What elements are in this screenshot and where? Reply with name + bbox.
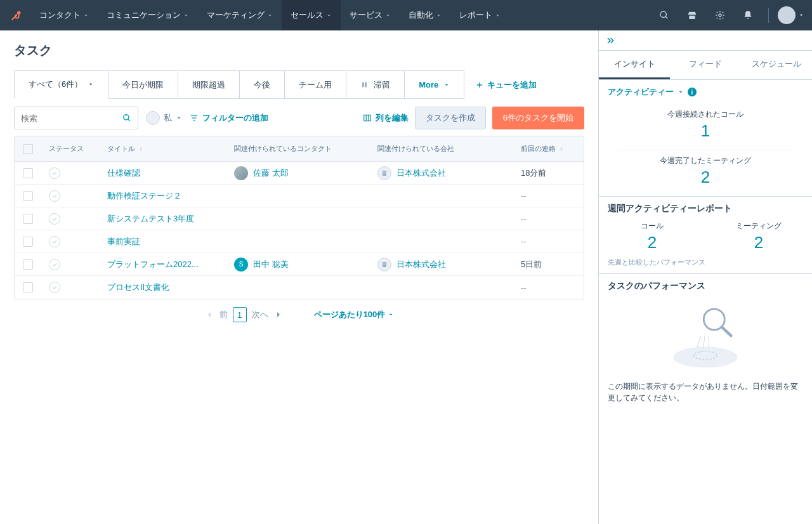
task-title-link[interactable]: 動作検証ステージ２ [107, 190, 181, 202]
edit-columns-button[interactable]: 列を編集 [363, 112, 409, 124]
tab-insights[interactable]: インサイト [599, 51, 670, 79]
marketplace-icon[interactable] [681, 4, 704, 27]
top-nav: コンタクトコミュニケーションマーケティングセールスサービス自動化レポート [0, 0, 812, 30]
hubspot-logo[interactable] [8, 6, 25, 24]
svg-rect-5 [689, 16, 695, 19]
table-row: 動作検証ステージ２-- [15, 185, 584, 207]
chevron-right-icon[interactable] [273, 310, 284, 320]
svg-rect-19 [383, 171, 386, 176]
row-checkbox[interactable] [23, 214, 33, 224]
company-link[interactable]: 日本株式会社 [396, 259, 446, 270]
row-checkbox[interactable] [23, 168, 33, 178]
company-icon [377, 258, 391, 272]
chevron-down-icon [798, 12, 804, 18]
task-title-link[interactable]: 仕様確認 [107, 167, 140, 179]
owner-filter-label: 私 [164, 112, 172, 124]
search-input[interactable] [15, 114, 116, 123]
status-toggle[interactable] [49, 236, 60, 247]
nav-item[interactable]: マーケティング [198, 0, 282, 30]
table-row: 新システムテスト3年度-- [15, 207, 584, 230]
col-header-company[interactable]: 関連付けられている会社 [370, 144, 513, 154]
tab-more[interactable]: More [404, 70, 464, 99]
svg-line-32 [722, 327, 731, 336]
info-icon[interactable]: i [688, 88, 697, 96]
view-tab[interactable]: 期限超過 [178, 70, 240, 99]
view-tab[interactable]: 今後 [239, 70, 285, 99]
nav-item[interactable]: コミュニケーション [98, 0, 198, 30]
chevron-down-icon [385, 13, 391, 18]
status-toggle[interactable] [49, 167, 60, 179]
tab-schedule[interactable]: スケジュール [741, 51, 812, 79]
view-tab[interactable]: チーム用 [284, 70, 346, 99]
svg-rect-22 [384, 173, 384, 173]
contact-link[interactable]: 佐藤 太郎 [253, 167, 289, 179]
status-toggle[interactable] [49, 282, 60, 293]
view-tab[interactable]: すべて（6件） [14, 70, 108, 99]
status-toggle[interactable] [49, 213, 60, 225]
tab-more-label: More [419, 80, 438, 89]
last-contact: 5日前 [513, 259, 584, 270]
col-header-title[interactable]: タイトル [100, 144, 226, 154]
nav-item[interactable]: 自動化 [400, 0, 450, 30]
task-title-link[interactable]: プラットフォーム2022... [107, 259, 199, 270]
next-label[interactable]: 次へ [252, 309, 268, 320]
start-tasks-button[interactable]: 6件のタスクを開始 [492, 107, 584, 129]
add-queue-button[interactable]: キューを追加 [464, 70, 548, 99]
status-toggle[interactable] [49, 259, 60, 270]
svg-rect-21 [385, 171, 386, 172]
svg-rect-7 [362, 82, 363, 88]
svg-point-2 [11, 18, 13, 20]
search-icon[interactable] [653, 4, 676, 27]
contact-link[interactable]: 田中 聡美 [253, 259, 289, 270]
filter-icon [190, 114, 199, 122]
view-tab[interactable]: 今日が期限 [108, 70, 178, 99]
owner-filter[interactable]: 私 [146, 111, 182, 125]
svg-line-33 [703, 336, 705, 348]
col-header-status[interactable]: ステータス [41, 144, 100, 154]
search-icon[interactable] [116, 114, 138, 122]
weekly-report-title: 週間アクティビティーレポート [599, 196, 812, 218]
panel-collapse-button[interactable] [599, 30, 812, 51]
task-title-link[interactable]: プロセスII文書化 [107, 282, 169, 293]
chevron-left-icon[interactable] [204, 310, 214, 320]
settings-icon[interactable] [709, 4, 731, 27]
empty-state-text: この期間に表示するデータがありません。日付範囲を変更してみてください。 [599, 376, 812, 409]
row-checkbox[interactable] [23, 259, 33, 270]
row-checkbox[interactable] [23, 191, 33, 201]
col-header-contact[interactable]: 関連付けられているコンタクト [226, 144, 370, 154]
row-checkbox[interactable] [23, 237, 33, 247]
chevron-down-icon [443, 82, 450, 88]
task-title-link[interactable]: 新システムテスト3年度 [107, 213, 194, 225]
nav-item[interactable]: レポート [450, 0, 509, 30]
bell-icon[interactable] [737, 4, 759, 27]
task-title-link[interactable]: 事前実証 [107, 236, 140, 247]
view-tab[interactable]: 滞留 [346, 70, 405, 99]
edit-columns-label: 列を編集 [376, 112, 409, 124]
account-menu[interactable] [778, 6, 804, 24]
company-link[interactable]: 日本株式会社 [396, 167, 446, 179]
col-header-last-contact[interactable]: 前回の連絡 [513, 144, 584, 154]
user-avatar [778, 6, 796, 24]
status-toggle[interactable] [49, 190, 60, 202]
page-number[interactable]: 1 [233, 307, 247, 322]
add-filter-button[interactable]: フィルターの追加 [190, 112, 268, 124]
select-all-checkbox[interactable] [23, 144, 33, 154]
prev-label[interactable]: 前 [219, 309, 228, 320]
activity-filter[interactable]: アクティビティー i [599, 80, 812, 104]
company-icon [377, 166, 391, 180]
avatar: S [234, 258, 248, 272]
chevron-down-icon [183, 13, 189, 18]
create-task-button[interactable]: タスクを作成 [415, 107, 486, 129]
per-page-select[interactable]: ページあたり100件 [314, 309, 395, 320]
table-row: 仕様確認佐藤 太郎日本株式会社18分前 [15, 162, 584, 185]
nav-item[interactable]: コンタクト [30, 0, 98, 30]
svg-rect-20 [384, 171, 384, 172]
nav-item[interactable]: セールス [282, 0, 341, 30]
chevron-down-icon [678, 89, 684, 95]
nav-item[interactable]: サービス [341, 0, 400, 30]
row-checkbox[interactable] [23, 282, 33, 292]
svg-point-6 [719, 14, 721, 16]
tab-feed[interactable]: フィード [670, 51, 741, 79]
columns-icon [363, 114, 372, 122]
svg-rect-23 [385, 173, 386, 173]
